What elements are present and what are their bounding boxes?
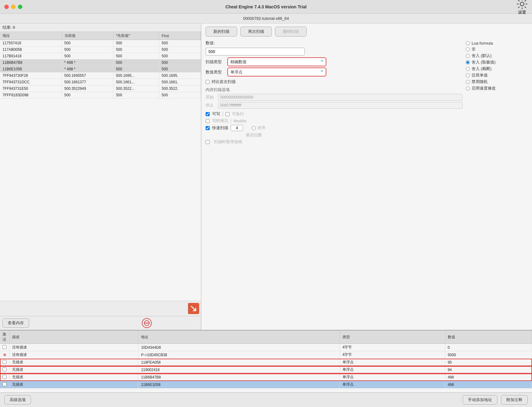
view-memory-button[interactable]: 查看内存: [2, 318, 29, 328]
quick-scan-checkbox[interactable]: [206, 126, 210, 130]
scan-row[interactable]: 11B6B47B8* 498 *500500: [0, 59, 201, 66]
writable-checkbox[interactable]: [206, 112, 210, 116]
radio-no_random[interactable]: [466, 80, 470, 84]
radio-label-round_extreme: 舍入 (取极值): [472, 59, 495, 65]
scan-row[interactable]: 7FFF8183D098500500500: [0, 92, 201, 98]
title-bar: Cheat Engine 7.4.3 MacOS version Trial 设…: [0, 0, 532, 14]
radio-round_default[interactable]: [466, 54, 470, 58]
radio-lua[interactable]: [466, 41, 470, 45]
annotation-button[interactable]: 附加注释: [501, 395, 528, 405]
radio-option-lua: Lua formula: [466, 41, 528, 46]
process-name: 00000782-tutorial-x86_64: [243, 16, 289, 21]
start-address-row: 开始: [206, 94, 463, 101]
bottom-left: 高级选项: [4, 395, 31, 405]
col-addr: 地址: [138, 330, 340, 344]
advanced-button[interactable]: 高级选项: [4, 395, 31, 405]
settings-label: 设置: [518, 10, 526, 15]
value-type-wrapper: 单浮点 ⌃: [227, 68, 326, 77]
cheat-row-checkbox[interactable]: [2, 345, 7, 349]
left-options-col: 数值: 扫描类型 精确数值 ⌃: [206, 40, 463, 145]
lower-section: 激活 描述 地址 类型 数值 没有描述10D4344D84字节0✕没有描述P->…: [0, 330, 532, 407]
delete-button[interactable]: [142, 318, 152, 328]
arrow-area: [0, 301, 201, 316]
cheat-row[interactable]: ✕没有描述P->10D45CB384字节5000: [0, 351, 532, 359]
radio-label-speed: 启用速度修改: [472, 85, 496, 91]
start-address-input[interactable]: [218, 94, 463, 101]
scan-results-table: 地址 当前值 *先前值* First 117557418500500500117…: [0, 32, 201, 301]
cheat-table: 激活 描述 地址 类型 数值 没有描述10D4344D84字节0✕没有描述P->…: [0, 330, 532, 388]
cheat-row-checkbox[interactable]: [2, 367, 7, 371]
cheat-row[interactable]: 无描述11B6E1058单浮点498: [0, 381, 532, 388]
copy-on-write-checkbox[interactable]: [206, 119, 210, 123]
maximize-button[interactable]: [18, 5, 22, 9]
quick-scan-row: 快速扫描 对齐: [206, 125, 463, 131]
cheat-row[interactable]: 无描述118FEA058单浮点95: [0, 359, 532, 366]
memory-scan-title: 内存扫描选项: [206, 87, 463, 93]
scan-row[interactable]: 117557418500500500: [0, 40, 201, 46]
cheat-row-checkbox[interactable]: [2, 375, 7, 379]
pause-row: 扫描时暂停游戏: [206, 139, 463, 145]
value-label: 数值:: [206, 40, 227, 46]
modified-label: Modifie: [233, 119, 246, 123]
undo-scan-button[interactable]: 撤销扫描: [275, 27, 307, 37]
results-count: 结果: 9: [0, 24, 201, 32]
scan-row[interactable]: 7FF943731DCC500.1661377500.1661...500.16…: [0, 79, 201, 85]
compare-first-checkbox[interactable]: [206, 80, 210, 84]
value-input[interactable]: [206, 48, 305, 55]
radio-label-not: 非: [472, 46, 476, 52]
scan-row[interactable]: 7FF943730F28500.1695557500.1695...500.16…: [0, 72, 201, 79]
add-address-button[interactable]: 手动添加地址: [463, 395, 497, 405]
radio-label-lua: Lua formula: [472, 41, 493, 46]
scan-row[interactable]: 117B91418500500500: [0, 53, 201, 59]
right-panel: 新的扫描 再次扫描 撤销扫描 数值: 扫描类型: [201, 24, 532, 330]
settings-button[interactable]: 设置: [517, 0, 528, 15]
writable-row: 可写 可执行: [206, 111, 463, 117]
scan-row[interactable]: 117AB0058500500500: [0, 46, 201, 53]
scan-type-select[interactable]: 精确数值: [228, 58, 326, 66]
pause-checkbox[interactable]: [206, 140, 210, 144]
value-type-select[interactable]: 单浮点: [228, 68, 326, 76]
cheat-row[interactable]: 没有描述10D4344D84字节0: [0, 344, 532, 351]
radio-option-round_default: 舍入 (默认): [466, 53, 528, 59]
scan-row[interactable]: 7FF943731E50500.3522949500.3522...500.35…: [0, 85, 201, 92]
value-input-row: [206, 48, 463, 55]
scan-row[interactable]: 11B6E1058* 498 *500500: [0, 66, 201, 72]
radio-option-speed: 启用速度修改: [466, 85, 528, 91]
executable-checkbox[interactable]: [225, 112, 229, 116]
cheat-row-checkbox[interactable]: [2, 382, 7, 386]
stop-address-input[interactable]: [218, 102, 463, 109]
bottom-right: 手动添加地址附加注释: [463, 395, 528, 405]
cheat-row[interactable]: 无描述119002418单浮点94: [0, 366, 532, 374]
memory-scan-section: 内存扫描选项 开始 停止: [206, 87, 463, 109]
radio-simple[interactable]: [466, 73, 470, 77]
last-digits-label: 最后位数: [246, 132, 262, 138]
stop-label: 停止: [206, 103, 218, 108]
cheat-table-wrapper: 激活 描述 地址 类型 数值 没有描述10D4344D84字节0✕没有描述P->…: [0, 330, 532, 392]
align-label: 对齐: [258, 125, 266, 131]
upper-section: 结果: 9 地址 当前值 *先前值* First 117557418500500…: [0, 24, 532, 330]
left-bottom-toolbar: 查看内存: [0, 316, 201, 330]
add-to-table-button[interactable]: [188, 303, 199, 314]
radio-not[interactable]: [466, 47, 470, 51]
pause-label: 扫描时暂停游戏: [214, 139, 242, 145]
minimize-button[interactable]: [11, 5, 15, 9]
new-scan-button[interactable]: 新的扫描: [206, 27, 237, 37]
radio-label-simple: 仅简单值: [472, 72, 488, 78]
align-radio[interactable]: [252, 126, 256, 130]
close-button[interactable]: [4, 5, 9, 9]
radio-option-round_extreme: 舍入 (取极值): [466, 59, 528, 65]
main-content: 结果: 9 地址 当前值 *先前值* First 117557418500500…: [0, 24, 532, 407]
cheat-row[interactable]: 无描述11B6B47B8单浮点498: [0, 374, 532, 381]
col-current: 当前值: [62, 32, 113, 40]
radio-round_extreme[interactable]: [466, 60, 470, 64]
scan-buttons: 新的扫描 再次扫描 撤销扫描: [206, 27, 528, 37]
cheat-row-checkbox[interactable]: [2, 360, 7, 364]
col-prev: *先前值*: [113, 32, 159, 40]
quick-scan-value-input[interactable]: [231, 125, 243, 131]
next-scan-button[interactable]: 再次扫描: [240, 27, 272, 37]
copy-on-write-row: 写时拷贝 Modifie: [206, 118, 463, 124]
radio-option-no_random: 禁用随机: [466, 79, 528, 85]
copy-on-write-label: 写时拷贝: [212, 118, 228, 124]
radio-speed[interactable]: [466, 86, 470, 90]
radio-round_truncate[interactable]: [466, 67, 470, 71]
